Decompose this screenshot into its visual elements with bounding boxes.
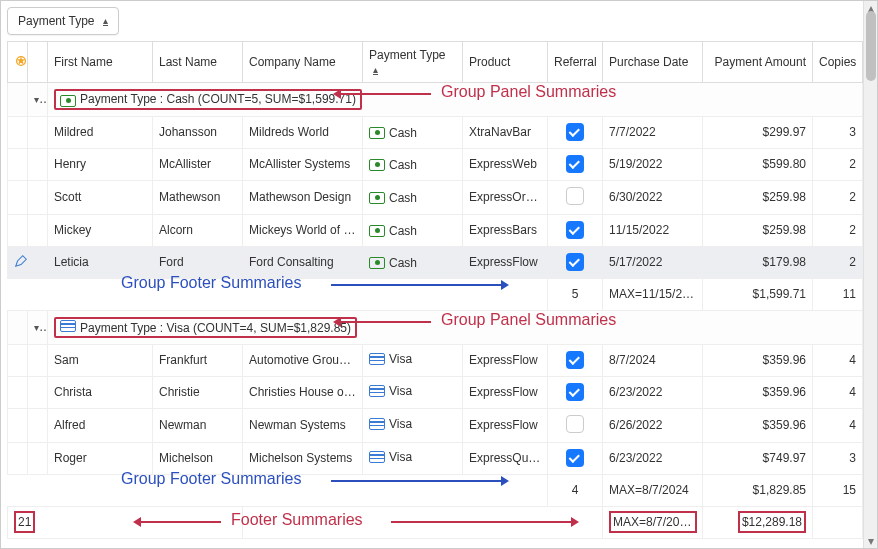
cell-last-name[interactable]: Mathewson (153, 180, 243, 214)
cell-date[interactable]: 7/7/2022 (603, 116, 703, 148)
cell-referral[interactable] (548, 180, 603, 214)
vertical-scrollbar[interactable]: ▴ ▾ (863, 1, 877, 548)
cell-last-name[interactable]: McAllister (153, 148, 243, 180)
cell-first-name[interactable]: Roger (48, 442, 153, 474)
cell-amount[interactable]: $259.98 (703, 180, 813, 214)
col-referral[interactable]: Referral (548, 42, 603, 83)
cell-referral[interactable] (548, 408, 603, 442)
cell-last-name[interactable]: Christie (153, 376, 243, 408)
cell-date[interactable]: 5/19/2022 (603, 148, 703, 180)
cell-payment-type[interactable]: Visa (363, 408, 463, 442)
col-company[interactable]: Company Name (243, 42, 363, 83)
cell-amount[interactable]: $599.80 (703, 148, 813, 180)
cell-product[interactable]: ExpressFlow (463, 246, 548, 278)
cell-copies[interactable]: 2 (813, 214, 863, 246)
col-last-name[interactable]: Last Name (153, 42, 243, 83)
cell-referral[interactable] (548, 376, 603, 408)
cell-last-name[interactable]: Johansson (153, 116, 243, 148)
col-product[interactable]: Product (463, 42, 548, 83)
cell-company[interactable]: Mildreds World (243, 116, 363, 148)
checkbox-icon[interactable] (566, 155, 584, 173)
cell-copies[interactable]: 2 (813, 246, 863, 278)
checkbox-icon[interactable] (566, 449, 584, 467)
cell-first-name[interactable]: Sam (48, 344, 153, 376)
table-row[interactable]: Leticia Ford Ford Consalting Cash Expres… (8, 246, 863, 278)
data-grid[interactable]: First Name Last Name Company Name Paymen… (7, 41, 863, 539)
checkbox-icon[interactable] (566, 221, 584, 239)
scroll-down-icon[interactable]: ▾ (864, 534, 878, 548)
cell-referral[interactable] (548, 246, 603, 278)
cell-date[interactable]: 6/26/2022 (603, 408, 703, 442)
edit-row-icon[interactable] (14, 257, 28, 271)
cell-amount[interactable]: $299.97 (703, 116, 813, 148)
cell-payment-type[interactable]: Visa (363, 344, 463, 376)
group-chip-payment-type[interactable]: Payment Type (7, 7, 119, 35)
cell-referral[interactable] (548, 442, 603, 474)
cell-date[interactable]: 6/23/2022 (603, 442, 703, 474)
cell-date[interactable]: 5/17/2022 (603, 246, 703, 278)
scroll-thumb[interactable] (866, 11, 876, 81)
cell-referral[interactable] (548, 214, 603, 246)
group-header-row[interactable]: ▾ Payment Type : Visa (COUNT=4, SUM=$1,8… (8, 310, 863, 344)
cell-copies[interactable]: 2 (813, 180, 863, 214)
cell-first-name[interactable]: Henry (48, 148, 153, 180)
cell-referral[interactable] (548, 116, 603, 148)
table-row[interactable]: Sam Frankfurt Automotive Group of Visa E… (8, 344, 863, 376)
cell-product[interactable]: ExpressFlow (463, 344, 548, 376)
cell-copies[interactable]: 4 (813, 376, 863, 408)
cell-last-name[interactable]: Frankfurt (153, 344, 243, 376)
cell-last-name[interactable]: Michelson (153, 442, 243, 474)
table-row[interactable]: Roger Michelson Michelson Systems Visa E… (8, 442, 863, 474)
cell-product[interactable]: XtraNavBar (463, 116, 548, 148)
cell-referral[interactable] (548, 148, 603, 180)
cell-last-name[interactable]: Ford (153, 246, 243, 278)
table-row[interactable]: Henry McAllister McAllister Systems Cash… (8, 148, 863, 180)
cell-copies[interactable]: 3 (813, 442, 863, 474)
col-purchase-date[interactable]: Purchase Date (603, 42, 703, 83)
cell-referral[interactable] (548, 344, 603, 376)
cell-product[interactable]: ExpressQuan (463, 442, 548, 474)
col-payment-type[interactable]: Payment Type (363, 42, 463, 83)
cell-last-name[interactable]: Newman (153, 408, 243, 442)
cell-copies[interactable]: 4 (813, 408, 863, 442)
table-row[interactable]: Christa Christie Christies House of De V… (8, 376, 863, 408)
cell-date[interactable]: 6/23/2022 (603, 376, 703, 408)
cell-product[interactable]: ExpressWeb (463, 148, 548, 180)
checkbox-icon[interactable] (566, 187, 584, 205)
cell-product[interactable]: ExpressFlow (463, 408, 548, 442)
cell-amount[interactable]: $359.96 (703, 408, 813, 442)
cell-payment-type[interactable]: Cash (363, 180, 463, 214)
cell-company[interactable]: McAllister Systems (243, 148, 363, 180)
cell-copies[interactable]: 3 (813, 116, 863, 148)
checkbox-icon[interactable] (566, 123, 584, 141)
cell-amount[interactable]: $179.98 (703, 246, 813, 278)
checkbox-icon[interactable] (566, 253, 584, 271)
cell-payment-type[interactable]: Visa (363, 442, 463, 474)
cell-product[interactable]: ExpressBars (463, 214, 548, 246)
cell-payment-type[interactable]: Cash (363, 246, 463, 278)
cell-first-name[interactable]: Mildred (48, 116, 153, 148)
table-row[interactable]: Alfred Newman Newman Systems Visa Expres… (8, 408, 863, 442)
cell-date[interactable]: 8/7/2024 (603, 344, 703, 376)
cell-product[interactable]: ExpressFlow (463, 376, 548, 408)
cell-date[interactable]: 11/15/2022 (603, 214, 703, 246)
cell-company[interactable]: Mathewson Design (243, 180, 363, 214)
cell-copies[interactable]: 4 (813, 344, 863, 376)
cell-amount[interactable]: $259.98 (703, 214, 813, 246)
cell-payment-type[interactable]: Visa (363, 376, 463, 408)
cell-last-name[interactable]: Alcorn (153, 214, 243, 246)
cell-first-name[interactable]: Christa (48, 376, 153, 408)
cell-company[interactable]: Mickeys World of Fun (243, 214, 363, 246)
cell-first-name[interactable]: Leticia (48, 246, 153, 278)
cell-product[interactable]: ExpressOrgC (463, 180, 548, 214)
cell-payment-type[interactable]: Cash (363, 214, 463, 246)
group-header-row[interactable]: ▾ Payment Type : Cash (COUNT=5, SUM=$1,5… (8, 83, 863, 117)
cell-company[interactable]: Michelson Systems (243, 442, 363, 474)
cell-company[interactable]: Newman Systems (243, 408, 363, 442)
cell-company[interactable]: Christies House of De (243, 376, 363, 408)
cell-amount[interactable]: $749.97 (703, 442, 813, 474)
col-first-name[interactable]: First Name (48, 42, 153, 83)
cell-company[interactable]: Ford Consalting (243, 246, 363, 278)
cell-first-name[interactable]: Mickey (48, 214, 153, 246)
table-row[interactable]: Scott Mathewson Mathewson Design Cash Ex… (8, 180, 863, 214)
